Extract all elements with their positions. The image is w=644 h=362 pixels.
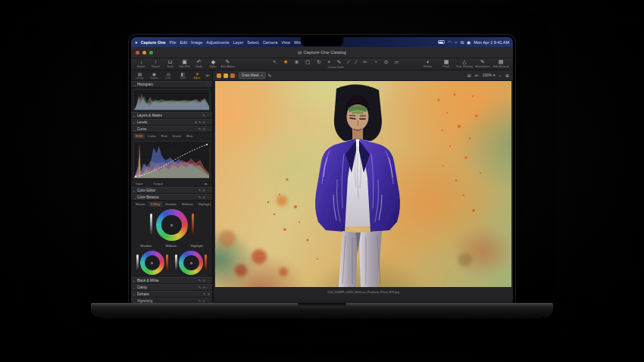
wheel-cursor[interactable] [190, 262, 192, 264]
reset-icon[interactable]: ↺ [202, 127, 205, 131]
siri-icon[interactable]: ◉ [467, 40, 470, 45]
cb-tab-highlight[interactable]: Highlight [196, 201, 213, 207]
panel-header-curve[interactable]: ⌄ Curve ✎ ↺ ⋯ [131, 126, 212, 133]
annotate-tool[interactable]: ▱ [395, 59, 399, 65]
menu-view[interactable]: View [281, 40, 290, 45]
cb-tab-master[interactable]: Master [133, 201, 148, 207]
tab-color[interactable]: ◧ Color [177, 72, 189, 80]
tab-adjust[interactable]: ☀ Adjust [191, 72, 204, 80]
search-icon[interactable]: ○ [455, 40, 458, 45]
pan-tool[interactable]: ✚ [283, 59, 287, 65]
lightness-slider[interactable] [175, 254, 177, 271]
curve-tab-red[interactable]: Red [159, 133, 170, 139]
clone-tool[interactable]: ◔ [374, 59, 377, 65]
draw-mask-tool[interactable]: ✎ [337, 59, 341, 65]
panel-header-vignetting[interactable]: › Vignetting ✎ ↺ ⋯ [131, 298, 212, 303]
curve-tab-luma[interactable]: Luma [145, 133, 158, 139]
more-icon[interactable]: ⋯ [207, 127, 210, 131]
rotate-tool[interactable]: ↻ [317, 59, 320, 65]
cb-tab-midtone[interactable]: Midtone [180, 201, 195, 207]
lightness-slider[interactable] [150, 214, 152, 236]
edit-icon[interactable]: ✎ [202, 114, 205, 117]
curve-tab-blue[interactable]: Blue [184, 133, 195, 139]
curve-picker-icon[interactable]: ✏ [205, 182, 208, 186]
more-icon[interactable]: ⋯ [207, 120, 210, 124]
styles-button[interactable]: ◆ Styles [206, 59, 220, 68]
spot-tool[interactable]: ⊙ [384, 59, 388, 65]
panel-header-black-white[interactable]: › Black & White ✎ ↺ ⋯ [131, 277, 212, 284]
more-icon[interactable]: ⋯ [207, 279, 210, 282]
cb-tab-3way[interactable]: 3-Way [148, 201, 162, 207]
curve-graph[interactable] [133, 141, 210, 179]
panel-header-color-balance[interactable]: ⌄ Color Balance ✎ ↺ ⋯ [131, 194, 212, 201]
wheel-cursor[interactable] [151, 262, 153, 264]
tab-lens[interactable]: ◎ Lens [162, 72, 175, 80]
menu-layer[interactable]: Layer [233, 40, 244, 45]
curve-tab-green[interactable]: Green [170, 133, 183, 139]
edit-with-button[interactable]: ▣ Edit With [177, 59, 192, 68]
edit-icon[interactable]: ✎ [203, 292, 206, 296]
heal-tool[interactable]: ✂ [363, 59, 367, 65]
panel-header-levels[interactable]: › Levels A ✎ ↺ ⋯ [131, 119, 212, 126]
edit-icon[interactable]: ✎ [199, 279, 202, 282]
trash-button[interactable]: ⊔ Trash [163, 59, 177, 68]
panel-header-histogram[interactable]: ⌄ Histogram ⋯ [131, 81, 212, 88]
battery-icon[interactable] [438, 40, 445, 44]
zoom-tool[interactable]: ⊕ [295, 59, 299, 65]
zoom-in-icon[interactable]: ⊕ [505, 73, 509, 78]
menu-image[interactable]: Image [191, 40, 202, 45]
midtone-color-wheel[interactable] [156, 209, 188, 241]
menu-adjustments[interactable]: Adjustments [206, 40, 229, 45]
edit-icon[interactable]: ✎ [199, 189, 202, 192]
curve-tab-rgb[interactable]: RGB [133, 133, 145, 139]
tab-capture[interactable]: ◉ Capture [148, 72, 161, 80]
photo-canvas[interactable] [215, 81, 511, 287]
reset-icon[interactable]: ↺ [202, 195, 205, 199]
auto-icon[interactable]: A [195, 120, 197, 124]
highlight-color-wheel[interactable] [179, 251, 203, 275]
menu-camera[interactable]: Camera [263, 40, 278, 45]
more-icon[interactable]: ⋯ [207, 83, 210, 86]
panel-header-color-editor[interactable]: › Color Editor ✎ ↺ ⋯ [131, 187, 212, 194]
grid-overlay-icon[interactable]: ⊞ [467, 73, 471, 78]
mask-color-chip[interactable] [230, 73, 235, 78]
panel-header-dehaze[interactable]: › Dehaze ✎ ↺ [131, 291, 212, 298]
mask-color-chip[interactable] [224, 73, 228, 78]
before-after-button[interactable]: ◐ Before [419, 59, 437, 68]
mask-color-chip[interactable] [217, 73, 221, 78]
import-button[interactable]: ↓ Import [134, 59, 148, 68]
saturation-slider[interactable] [192, 214, 194, 236]
menu-file[interactable]: File [170, 40, 177, 45]
menu-edit[interactable]: Edit [180, 40, 187, 45]
zoom-out-icon[interactable]: − [499, 73, 502, 78]
cb-tab-shadow[interactable]: Shadow [163, 201, 179, 207]
app-menu[interactable]: Capture One [141, 40, 166, 45]
edit-icon[interactable]: ✎ [199, 286, 202, 289]
menu-clock[interactable]: Mon Apr 1 9:41 AM [474, 40, 509, 45]
tab-library[interactable]: ▤ Library [133, 72, 146, 80]
menu-select[interactable]: Select [247, 40, 258, 45]
tool-tabs-overflow[interactable]: ≫ [205, 73, 210, 78]
undo-button[interactable]: ↶ Undo [192, 59, 206, 68]
select-tool[interactable]: ↖ [273, 59, 277, 65]
image-viewer[interactable]: IQ4_150MP_0341_Melissa_Fashion_Final_EIP… [214, 81, 513, 303]
proof-button[interactable]: ▦ Proof [437, 59, 455, 68]
more-icon[interactable]: ⋯ [207, 195, 210, 199]
keystone-tool[interactable]: ⌖ [328, 59, 331, 65]
more-icon[interactable]: ⋯ [207, 189, 210, 192]
zoom-level-control[interactable]: 100% ▾ [483, 73, 496, 77]
linear-gradient-tool[interactable]: ∕ [355, 59, 356, 65]
auto-adjust-button[interactable]: ✎ Auto Adjust [220, 59, 235, 68]
edit-icon[interactable]: ✎ [199, 120, 202, 124]
hide-browser-button[interactable]: ▤ Hide Browser [492, 59, 510, 68]
crop-tool[interactable]: ▢ [305, 59, 310, 65]
panel-header-layers-masks[interactable]: › Layers & Masks ✎ ⋯ [131, 112, 212, 119]
brush-icon[interactable]: ✎ [268, 73, 272, 78]
edit-icon[interactable]: ✎ [199, 127, 202, 131]
more-icon[interactable]: ⋯ [207, 286, 210, 289]
saturation-slider[interactable] [205, 254, 207, 271]
edit-icon[interactable]: ✎ [199, 195, 202, 199]
saturation-slider[interactable] [166, 254, 168, 271]
reset-icon[interactable]: ↺ [207, 292, 210, 296]
exposure-warning-button[interactable]: △ Exp. Warning [455, 59, 474, 68]
